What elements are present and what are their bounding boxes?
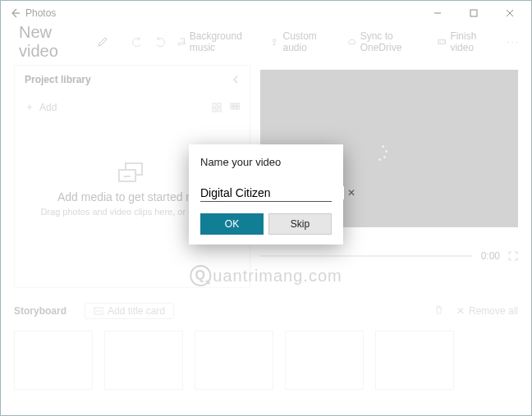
svg-rect-15 [231,107,233,109]
storyboard-slot[interactable] [104,331,183,390]
storyboard-slot[interactable] [375,331,454,390]
name-video-dialog: Name your video ✕ OK Skip [189,144,343,245]
project-library-title: Project library [25,74,91,85]
background-music-label: Background music [190,30,259,53]
svg-rect-13 [234,103,236,106]
ok-button[interactable]: OK [200,213,264,235]
svg-rect-10 [213,108,216,112]
svg-point-6 [273,39,276,42]
storyboard-slot[interactable] [195,331,273,390]
svg-rect-14 [237,103,240,106]
storyboard-title: Storyboard [14,305,66,317]
custom-audio-label: Custom audio [282,30,334,53]
add-title-card-label: Add title card [108,305,165,317]
list-view-button[interactable] [230,103,240,112]
window-maximize-button[interactable] [456,2,492,25]
add-media-label: Add [39,102,57,113]
skip-button[interactable]: Skip [268,213,332,235]
clear-input-button[interactable]: ✕ [344,187,359,199]
sync-onedrive-button[interactable]: Sync to OneDrive [346,30,426,53]
redo-button[interactable] [154,36,166,48]
svg-rect-7 [438,39,446,43]
svg-rect-12 [231,103,233,106]
svg-point-4 [177,43,180,45]
more-options-button[interactable]: ··· [507,36,520,48]
sync-onedrive-label: Sync to OneDrive [360,30,426,53]
timeline-time: 0:00 [481,250,500,262]
background-music-button[interactable]: Background music [177,30,259,53]
timeline-seek-bar[interactable] [260,255,473,257]
remove-all-label: Remove all [469,305,518,317]
trash-icon [434,305,443,315]
collapse-library-button[interactable] [232,75,240,84]
fullscreen-button[interactable] [508,251,518,261]
svg-rect-9 [218,103,221,107]
app-title: Photos [25,7,56,19]
window-minimize-button[interactable] [420,2,456,25]
svg-rect-17 [237,107,240,109]
svg-rect-11 [218,108,221,112]
window-close-button[interactable] [492,2,528,25]
back-button[interactable] [4,2,25,24]
remove-all-button[interactable]: ✕ Remove all [456,305,518,317]
finish-video-label: Finish video [450,30,495,53]
delete-button[interactable] [434,305,443,317]
page-title: New video [19,23,85,61]
close-icon: ✕ [456,305,465,317]
edit-title-button[interactable] [97,36,108,48]
video-name-input[interactable] [200,186,344,199]
dialog-title: Name your video [200,156,332,168]
add-media-button[interactable]: ＋ Add [25,100,57,114]
plus-icon: ＋ [25,100,34,114]
storyboard-slot[interactable] [285,331,364,390]
svg-rect-8 [213,103,216,107]
add-title-card-button[interactable]: Add title card [85,303,174,319]
svg-rect-16 [234,107,236,109]
storyboard-slot[interactable] [14,331,93,390]
media-placeholder-icon [118,162,146,184]
finish-video-button[interactable]: Finish video [438,30,495,53]
svg-rect-1 [470,10,477,16]
grid-view-button[interactable] [212,103,222,112]
custom-audio-button[interactable]: Custom audio [270,30,334,53]
title-card-icon [94,306,103,316]
undo-button[interactable] [131,36,143,48]
